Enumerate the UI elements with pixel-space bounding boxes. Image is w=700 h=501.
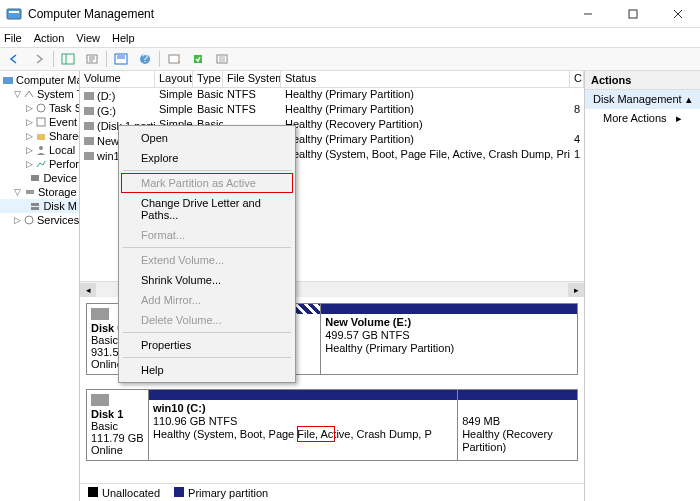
svg-point-16 [37, 104, 45, 112]
maximize-button[interactable] [610, 0, 655, 28]
context-menu: Open Explore Mark Partition as Active Ch… [118, 125, 296, 383]
ctx-delete-volume[interactable]: Delete Volume... [121, 310, 293, 330]
legend-swatch-unallocated [88, 487, 98, 497]
forward-button[interactable] [28, 49, 50, 69]
svg-rect-23 [31, 207, 39, 210]
ctx-help[interactable]: Help [121, 360, 293, 380]
svg-rect-3 [629, 10, 637, 18]
properties-button[interactable] [81, 49, 103, 69]
window-title: Computer Management [28, 7, 565, 21]
ctx-mark-active[interactable]: Mark Partition as Active [121, 173, 293, 193]
collapse-icon: ▴ [686, 93, 692, 106]
menu-action[interactable]: Action [34, 32, 65, 44]
partition-c[interactable]: win10 (C:)110.96 GB NTFSHealthy (System,… [149, 390, 457, 460]
volume-row[interactable]: (G:)SimpleBasicNTFSHealthy (Primary Part… [80, 103, 584, 118]
svg-rect-21 [26, 190, 34, 194]
legend: Unallocated Primary partition [80, 483, 584, 501]
svg-rect-17 [37, 118, 45, 126]
list-button[interactable] [211, 49, 233, 69]
svg-rect-0 [7, 9, 21, 19]
svg-rect-22 [31, 203, 39, 206]
svg-point-19 [39, 146, 43, 150]
ctx-extend-volume[interactable]: Extend Volume... [121, 250, 293, 270]
actions-disk-management[interactable]: Disk Management▴ [585, 90, 700, 109]
partition-recovery[interactable]: 849 MBHealthy (Recovery Partition) [457, 390, 577, 460]
tree-system-tools[interactable]: ▽System To [0, 87, 79, 101]
tree-device-manager[interactable]: Device [0, 171, 79, 185]
svg-rect-12 [169, 55, 179, 63]
tree-shared-folders[interactable]: ▷Sharec [0, 129, 79, 143]
legend-swatch-primary [174, 487, 184, 497]
volume-icon [84, 152, 94, 160]
close-button[interactable] [655, 0, 700, 28]
disk-icon [91, 394, 109, 406]
disk-info[interactable]: Disk 1 Basic 111.79 GB Online [87, 390, 149, 460]
svg-rect-15 [3, 77, 13, 84]
scroll-right-button[interactable]: ▸ [568, 283, 584, 297]
ctx-add-mirror[interactable]: Add Mirror... [121, 290, 293, 310]
app-icon [6, 6, 22, 22]
tree-task-scheduler[interactable]: ▷Task S [0, 101, 79, 115]
ctx-properties[interactable]: Properties [121, 335, 293, 355]
volume-list-header: Volume Layout Type File System Status C [80, 71, 584, 88]
settings-button[interactable] [163, 49, 185, 69]
tree-root[interactable]: Computer Ma [0, 73, 79, 87]
disk-row: Disk 1 Basic 111.79 GB Online win10 (C:)… [86, 389, 578, 461]
svg-point-24 [25, 216, 33, 224]
svg-rect-1 [9, 11, 19, 13]
col-type[interactable]: Type [193, 71, 223, 87]
tree-disk-management[interactable]: Disk M [0, 199, 79, 213]
svg-rect-18 [37, 134, 45, 140]
volume-icon [84, 122, 94, 130]
ctx-change-drive-letter[interactable]: Change Drive Letter and Paths... [121, 193, 293, 225]
menu-view[interactable]: View [76, 32, 100, 44]
help-button[interactable]: ? [134, 49, 156, 69]
volume-icon [84, 137, 94, 145]
nav-tree[interactable]: Computer Ma ▽System To ▷Task S ▷Event ▷S… [0, 71, 80, 501]
tree-local-users[interactable]: ▷Local I [0, 143, 79, 157]
partition-e[interactable]: New Volume (E:)499.57 GB NTFSHealthy (Pr… [320, 304, 577, 374]
title-bar: Computer Management [0, 0, 700, 28]
minimize-button[interactable] [565, 0, 610, 28]
menu-bar: File Action View Help [0, 28, 700, 47]
back-button[interactable] [4, 49, 26, 69]
tool-bar: ? [0, 47, 700, 71]
tree-event-viewer[interactable]: ▷Event [0, 115, 79, 129]
actions-pane: Actions Disk Management▴ More Actions▸ [585, 71, 700, 501]
col-status[interactable]: Status [281, 71, 570, 87]
svg-text:?: ? [142, 53, 148, 64]
svg-rect-6 [62, 54, 74, 64]
volume-icon [84, 107, 94, 115]
actions-more[interactable]: More Actions▸ [585, 109, 700, 127]
volume-icon [84, 92, 94, 100]
svg-rect-20 [31, 175, 39, 181]
tree-performance[interactable]: ▷Perfor [0, 157, 79, 171]
ctx-shrink-volume[interactable]: Shrink Volume... [121, 270, 293, 290]
col-capacity[interactable]: C [570, 71, 584, 87]
show-hide-console-button[interactable] [57, 49, 79, 69]
action-button[interactable] [187, 49, 209, 69]
tree-storage[interactable]: ▽Storage [0, 185, 79, 199]
actions-header: Actions [585, 71, 700, 90]
col-volume[interactable]: Volume [80, 71, 155, 87]
chevron-right-icon: ▸ [676, 112, 682, 125]
disk-name: Disk 1 [91, 408, 123, 420]
menu-file[interactable]: File [4, 32, 22, 44]
tree-services[interactable]: ▷Services a [0, 213, 79, 227]
ctx-explore[interactable]: Explore [121, 148, 293, 168]
ctx-format[interactable]: Format... [121, 225, 293, 245]
ctx-open[interactable]: Open [121, 128, 293, 148]
refresh-button[interactable] [110, 49, 132, 69]
col-filesystem[interactable]: File System [223, 71, 281, 87]
col-layout[interactable]: Layout [155, 71, 193, 87]
disk-icon [91, 308, 109, 320]
volume-row[interactable]: (D:)SimpleBasicNTFSHealthy (Primary Part… [80, 88, 584, 103]
menu-help[interactable]: Help [112, 32, 135, 44]
scroll-left-button[interactable]: ◂ [80, 283, 96, 297]
